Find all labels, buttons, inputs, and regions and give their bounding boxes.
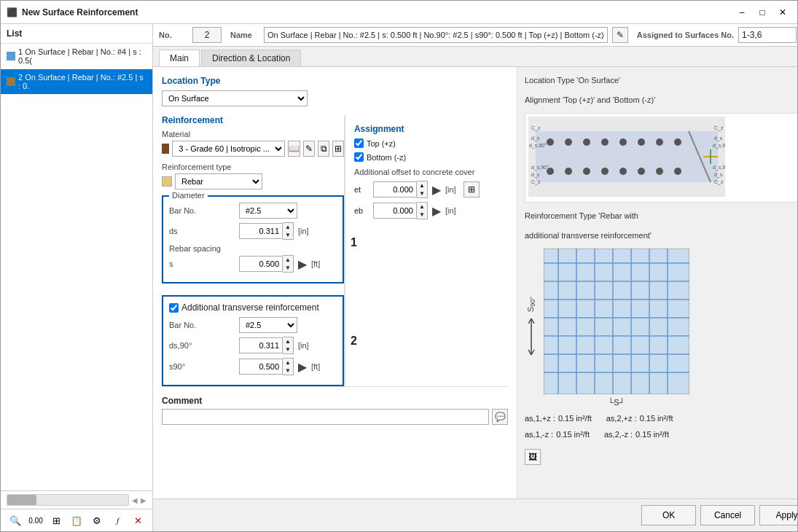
- t-ds-label: ds,90°: [169, 341, 235, 350]
- location-type-select[interactable]: On Surface: [162, 90, 308, 106]
- transverse-checkbox[interactable]: [169, 303, 179, 313]
- table-button[interactable]: 📋: [68, 512, 85, 528]
- list-action-toolbar: 🔍 0.00 ⊞ 📋 ⚙ 𝑓 ✕: [1, 509, 152, 531]
- grid-button[interactable]: ⊞: [47, 512, 65, 528]
- reinforcement-list: 1 On Surface | Rebar | No.: #4 | s : 0.5…: [1, 44, 152, 490]
- svg-point-16: [656, 168, 663, 175]
- rebar-cross-section-diagram: C_z d_s d_s,90° d_s,90° d_s C_z C_z d_s …: [525, 113, 797, 203]
- t-bar-no-row: Bar No. #2.5: [169, 317, 337, 333]
- value-button[interactable]: 0.00: [27, 512, 44, 528]
- material-book-button[interactable]: 📖: [288, 141, 300, 157]
- ds-spinner[interactable]: 0.311 ▲ ▼: [239, 222, 294, 240]
- t-s90-spin-down[interactable]: ▼: [283, 367, 293, 375]
- material-table-button[interactable]: ⊞: [332, 141, 344, 157]
- comment-input[interactable]: [162, 409, 489, 425]
- svg-text:d_s: d_s: [714, 172, 723, 178]
- number-2-label: 2: [351, 335, 357, 348]
- ok-button[interactable]: OK: [641, 505, 696, 525]
- diagram-panel: Location Type 'On Surface' Alignment 'To…: [517, 67, 797, 498]
- reinforcement-title: Reinforcement: [162, 115, 344, 125]
- type-dropdown-row: Rebar: [162, 173, 344, 189]
- right-area: No. 2 Name On Surface | Rebar | No.: #2.…: [153, 24, 797, 531]
- s90-arrow-button[interactable]: ▶: [298, 360, 307, 374]
- t-ds-spin-up[interactable]: ▲: [283, 337, 293, 345]
- t-ds-spin-down[interactable]: ▼: [283, 345, 293, 353]
- et-grid-button[interactable]: ⊞: [463, 181, 480, 197]
- s-input[interactable]: 0.500: [239, 256, 283, 272]
- t-ds-input[interactable]: 0.311: [239, 337, 283, 353]
- name-value[interactable]: On Surface | Rebar | No.: #2.5 | s: 0.50…: [264, 27, 608, 43]
- s-arrow-button[interactable]: ▶: [298, 257, 307, 271]
- material-select[interactable]: 3 - Grade 60 | Isotropic ...: [172, 141, 285, 157]
- assignment-panel: Assignment Top (+z) Bottom (-z) Addition…: [345, 115, 508, 386]
- tab-main[interactable]: Main: [159, 50, 200, 66]
- eb-arrow[interactable]: ▶: [432, 204, 441, 218]
- s-diagram-label: └S┘: [544, 398, 689, 407]
- cancel-button[interactable]: Cancel: [700, 505, 755, 525]
- add-button[interactable]: 🔍: [7, 512, 24, 528]
- list-item[interactable]: 1 On Surface | Rebar | No.: #4 | s : 0.5…: [1, 44, 152, 69]
- et-unit: [in]: [445, 185, 456, 194]
- s-spinner[interactable]: 0.500 ▲ ▼: [239, 255, 294, 273]
- close-button[interactable]: ✕: [774, 6, 791, 19]
- t-bar-no-select[interactable]: #2.5: [239, 317, 297, 333]
- ds-spin-down[interactable]: ▼: [283, 231, 293, 239]
- delete-button[interactable]: ✕: [129, 512, 146, 528]
- et-spin-down[interactable]: ▼: [417, 189, 427, 197]
- t-ds-row: ds,90° 0.311 ▲ ▼ [in]: [169, 337, 337, 354]
- t-s90-spinner[interactable]: 0.500 ▲ ▼: [239, 358, 294, 375]
- s90-diagram-label: S90°: [526, 297, 536, 312]
- eb-input[interactable]: 0.000: [373, 203, 417, 219]
- et-input[interactable]: 0.000: [373, 181, 417, 197]
- t-s90-row: s90° 0.500 ▲ ▼ ▶: [169, 358, 337, 375]
- type-color-icon: [162, 176, 172, 187]
- list-item-icon: [7, 77, 15, 86]
- number-1-label: 1: [351, 236, 357, 249]
- bar-no-row: Bar No. #2.5: [169, 203, 337, 219]
- comment-section: Comment 💬: [162, 386, 508, 425]
- list-item-active[interactable]: 2 On Surface | Rebar | No.: #2.5 | s : 0…: [1, 69, 152, 95]
- bottom-checkbox[interactable]: [354, 152, 364, 162]
- comment-button[interactable]: 💬: [492, 409, 508, 425]
- diagram-photo-button[interactable]: 🖼: [525, 449, 541, 465]
- et-spin-up[interactable]: ▲: [417, 181, 427, 189]
- ds-label: ds: [169, 227, 235, 235]
- s-spin-up[interactable]: ▲: [283, 256, 293, 264]
- content-area: Location Type On Surface Reinforcement M…: [153, 67, 797, 498]
- edit-name-button[interactable]: ✎: [612, 27, 628, 43]
- eb-spinner[interactable]: 0.000 ▲ ▼: [373, 202, 428, 219]
- material-copy-button[interactable]: ⧉: [318, 141, 329, 157]
- material-edit-button[interactable]: ✎: [303, 141, 315, 157]
- apply-button[interactable]: Apply: [759, 505, 797, 525]
- eb-label: eb: [354, 206, 369, 215]
- eb-spin-up[interactable]: ▲: [417, 203, 427, 211]
- formula-as2nz-value: 0.15 in²/ft: [635, 430, 669, 439]
- tab-direction-location[interactable]: Direction & Location: [201, 50, 301, 66]
- minimize-button[interactable]: –: [733, 6, 751, 19]
- maximize-button[interactable]: □: [754, 6, 771, 19]
- et-arrow[interactable]: ▶: [432, 183, 441, 197]
- diameter-box: Diameter Bar No. #2.5 ds: [162, 195, 344, 283]
- bar-no-select[interactable]: #2.5: [239, 203, 297, 219]
- material-row: 3 - Grade 60 | Isotropic ... 📖 ✎ ⧉ ⊞: [162, 141, 344, 157]
- settings-button[interactable]: ⚙: [88, 512, 106, 528]
- s-row: s 0.500 ▲ ▼ ▶: [169, 255, 337, 273]
- reinforcement-type-select[interactable]: Rebar: [175, 173, 262, 189]
- t-s90-unit: [ft]: [311, 362, 320, 371]
- eb-spin-down[interactable]: ▼: [417, 211, 427, 219]
- et-spinner[interactable]: 0.000 ▲ ▼: [373, 181, 428, 198]
- name-label: Name: [230, 31, 259, 39]
- title-bar: ⬛ New Surface Reinforcement – □ ✕: [1, 1, 797, 24]
- scroll-track[interactable]: [7, 494, 129, 506]
- svg-point-7: [638, 138, 645, 146]
- assigned-value[interactable]: 1-3,6: [738, 27, 797, 43]
- top-checkbox[interactable]: [354, 138, 364, 148]
- s-spin-down[interactable]: ▼: [283, 264, 293, 272]
- ds-input[interactable]: 0.311: [239, 223, 283, 239]
- function-button[interactable]: 𝑓: [109, 512, 126, 528]
- t-s90-spin-up[interactable]: ▲: [283, 359, 293, 367]
- ds-spin-up[interactable]: ▲: [283, 223, 293, 231]
- rebar-type-desc2: additional transverse reinforcement': [525, 230, 797, 242]
- t-ds-spinner[interactable]: 0.311 ▲ ▼: [239, 337, 294, 354]
- t-s90-input[interactable]: 0.500: [239, 359, 283, 375]
